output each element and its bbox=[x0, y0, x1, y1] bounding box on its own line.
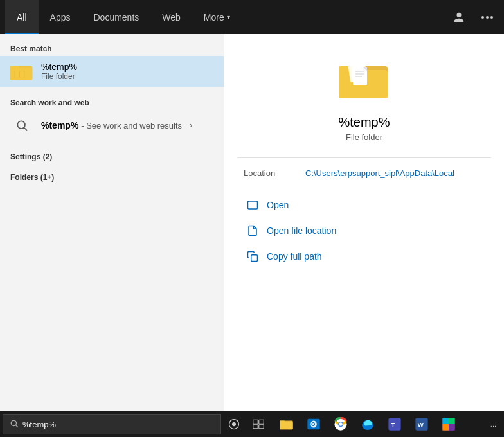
detail-pane: %temp% File folder Location C:\Users\erp… bbox=[224, 34, 504, 424]
tab-documents-label: Documents bbox=[93, 12, 139, 22]
taskbar-teams[interactable]: T bbox=[382, 413, 408, 436]
top-nav: All Apps Documents Web More ▾ bbox=[0, 0, 504, 34]
taskbar: %temp% O bbox=[0, 411, 504, 437]
search-web-arrow-icon: › bbox=[190, 121, 192, 130]
taskbar-edge[interactable] bbox=[355, 413, 381, 436]
search-web-query: %temp% - See work and web results bbox=[41, 120, 182, 130]
copy-full-path-label: Copy full path bbox=[267, 251, 322, 262]
ellipsis-icon bbox=[482, 16, 493, 19]
taskbar-store[interactable] bbox=[436, 413, 462, 436]
detail-divider bbox=[237, 157, 491, 158]
svg-rect-6 bbox=[10, 66, 19, 69]
svg-rect-35 bbox=[280, 421, 285, 423]
best-match-label: Best match bbox=[0, 40, 224, 56]
detail-title: %temp% bbox=[338, 115, 390, 130]
detail-subtitle: File folder bbox=[346, 132, 382, 142]
search-panel: Best match %temp% File folder bbox=[0, 34, 504, 424]
nav-right bbox=[447, 6, 499, 29]
best-match-subtitle: File folder bbox=[41, 72, 213, 81]
svg-text:T: T bbox=[392, 421, 395, 428]
svg-rect-49 bbox=[442, 418, 449, 424]
user-icon-btn[interactable] bbox=[447, 6, 471, 29]
best-match-title: %temp% bbox=[41, 62, 213, 72]
taskbar-outlook[interactable]: O bbox=[301, 413, 327, 436]
svg-rect-34 bbox=[280, 422, 293, 430]
search-work-web-label: Search work and web bbox=[0, 94, 224, 110]
taskbar-cortana-btn[interactable] bbox=[222, 413, 246, 436]
taskbar-apps: O T bbox=[274, 413, 462, 436]
taskbar-file-explorer[interactable] bbox=[274, 413, 300, 436]
results-pane: Best match %temp% File folder bbox=[0, 34, 224, 424]
detail-location-row: Location C:\Users\erpsupport_sipl\AppDat… bbox=[237, 168, 491, 178]
svg-point-2 bbox=[491, 16, 493, 19]
tab-all[interactable]: All bbox=[5, 0, 39, 34]
open-action[interactable]: Open bbox=[244, 193, 485, 217]
svg-rect-31 bbox=[253, 425, 258, 429]
open-label: Open bbox=[267, 200, 289, 210]
svg-rect-51 bbox=[442, 424, 449, 431]
tab-apps[interactable]: Apps bbox=[39, 0, 82, 34]
tab-apps-label: Apps bbox=[50, 12, 71, 22]
settings-section-label[interactable]: Settings (2) bbox=[0, 148, 224, 164]
taskbar-search-icon bbox=[10, 419, 19, 430]
tab-documents[interactable]: Documents bbox=[82, 0, 150, 34]
folder-icon-small bbox=[10, 60, 33, 83]
open-icon bbox=[246, 199, 259, 211]
open-file-location-icon bbox=[246, 224, 259, 237]
svg-line-26 bbox=[16, 425, 18, 427]
svg-point-10 bbox=[17, 121, 25, 129]
best-match-item[interactable]: %temp% File folder bbox=[0, 56, 224, 87]
user-icon bbox=[453, 12, 465, 23]
tab-more-label: More bbox=[204, 12, 224, 22]
tab-all-label: All bbox=[17, 12, 27, 22]
search-web-item[interactable]: %temp% - See work and web results › bbox=[0, 110, 224, 141]
open-file-location-label: Open file location bbox=[267, 226, 336, 236]
tab-more[interactable]: More ▾ bbox=[192, 0, 242, 34]
taskbar-search-text: %temp% bbox=[22, 420, 56, 429]
detail-folder-icon bbox=[339, 53, 390, 105]
tab-web[interactable]: Web bbox=[150, 0, 192, 34]
more-options-btn[interactable] bbox=[476, 6, 499, 29]
svg-text:O: O bbox=[311, 422, 316, 427]
svg-rect-29 bbox=[253, 420, 258, 424]
more-chevron-icon: ▾ bbox=[227, 13, 230, 21]
svg-point-25 bbox=[11, 420, 16, 425]
search-web-suffix: - See work and web results bbox=[81, 121, 182, 130]
svg-line-11 bbox=[24, 128, 28, 131]
taskbar-time: ... bbox=[491, 420, 496, 428]
detail-location-value[interactable]: C:\Users\erpsupport_sipl\AppData\Local bbox=[305, 168, 455, 178]
taskbar-task-view-btn[interactable] bbox=[247, 413, 270, 436]
taskbar-word[interactable]: W bbox=[409, 413, 435, 436]
svg-rect-23 bbox=[248, 201, 258, 209]
search-web-icon bbox=[10, 114, 33, 137]
svg-point-41 bbox=[339, 422, 343, 426]
svg-rect-30 bbox=[259, 420, 264, 424]
copy-full-path-icon bbox=[246, 250, 259, 263]
folders-section-label[interactable]: Folders (1+) bbox=[0, 169, 224, 184]
svg-rect-24 bbox=[251, 255, 258, 262]
tab-web-label: Web bbox=[162, 12, 181, 22]
copy-full-path-action[interactable]: Copy full path bbox=[244, 245, 485, 268]
svg-rect-50 bbox=[449, 418, 455, 424]
svg-point-1 bbox=[486, 16, 489, 19]
taskbar-search-box[interactable]: %temp% bbox=[3, 414, 221, 434]
search-web-text-wrap: %temp% - See work and web results bbox=[41, 120, 182, 130]
svg-rect-32 bbox=[259, 425, 264, 429]
taskbar-chrome[interactable] bbox=[328, 413, 354, 436]
svg-point-0 bbox=[482, 16, 484, 19]
best-match-text: %temp% File folder bbox=[41, 62, 213, 81]
svg-point-28 bbox=[233, 423, 236, 426]
open-file-location-action[interactable]: Open file location bbox=[244, 219, 485, 242]
svg-rect-52 bbox=[449, 424, 455, 431]
svg-rect-5 bbox=[10, 68, 32, 80]
taskbar-right: ... bbox=[491, 420, 501, 428]
detail-location-label: Location bbox=[244, 168, 295, 178]
svg-text:W: W bbox=[418, 421, 424, 428]
detail-actions: Open Open file location bbox=[237, 193, 491, 268]
